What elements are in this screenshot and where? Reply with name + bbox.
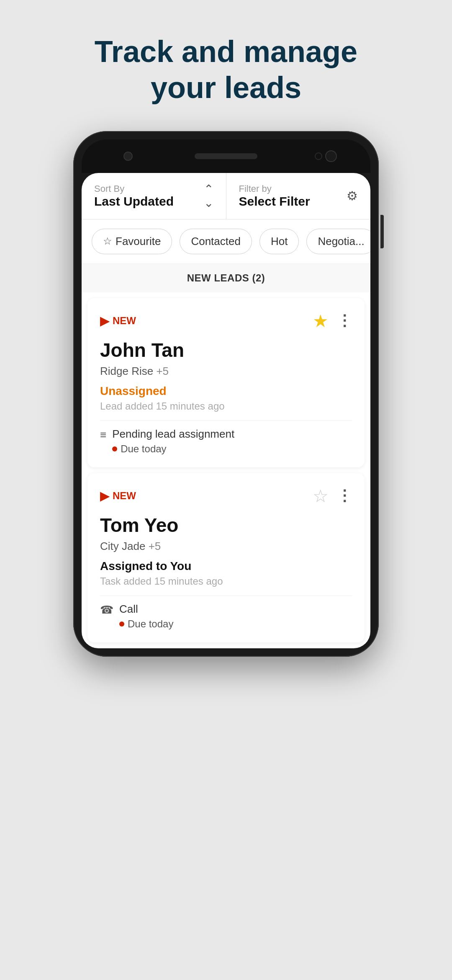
filter-label: Filter by [239, 183, 310, 194]
lead-card-1-header: ▶ NEW ★ ⋮ [100, 311, 352, 331]
divider-2 [100, 596, 352, 596]
chips-row: ☆ Favourite Contacted Hot Negotia... [82, 219, 370, 264]
chip-negotia[interactable]: Negotia... [306, 229, 370, 254]
phone-speaker [195, 153, 257, 159]
lead-name-1: John Tan [100, 339, 352, 361]
task-due-1: Due today [112, 443, 234, 455]
chip-hot-label: Hot [271, 235, 288, 248]
lead-property-2: City Jade +5 [100, 540, 352, 553]
due-dot-2 [119, 622, 124, 627]
lead-property-1: Ridge Rise +5 [100, 365, 352, 378]
task-content-1: Pending lead assignment Due today [112, 428, 234, 455]
lead-assignment-2: Assigned to You [100, 560, 352, 573]
due-dot-1 [112, 446, 117, 451]
star-button-1[interactable]: ★ [313, 311, 329, 331]
more-button-1[interactable]: ⋮ [337, 312, 352, 330]
sort-filter-bar: Sort By Last Updated ⌃⌄ Filter by Select… [82, 173, 370, 219]
task-icon-1: ≡ [100, 428, 106, 441]
chip-favourite[interactable]: ☆ Favourite [92, 229, 172, 254]
lead-name-2: Tom Yeo [100, 514, 352, 536]
chip-negotia-label: Negotia... [318, 235, 364, 248]
due-label-2: Due today [128, 618, 173, 630]
lead-card-1[interactable]: ▶ NEW ★ ⋮ John Tan Ridge Rise +5 Unassig… [87, 298, 365, 467]
divider-1 [100, 420, 352, 421]
task-row-1: ≡ Pending lead assignment Due today [100, 428, 352, 455]
sort-text: Sort By Last Updated [94, 183, 174, 209]
page-title: Track and manage your leads [61, 0, 391, 131]
lead-assignment-1: Unassigned [100, 384, 352, 398]
phone-notch [82, 139, 370, 173]
new-badge-1: ▶ NEW [100, 314, 136, 328]
sort-arrow-icon: ⌃⌄ [204, 182, 213, 210]
chip-contacted-label: Contacted [191, 235, 241, 248]
lead-card-2[interactable]: ▶ NEW ☆ ⋮ Tom Yeo City Jade +5 Assigned … [87, 473, 365, 642]
section-header: NEW LEADS (2) [82, 264, 370, 292]
filter-icon: ⚙ [347, 188, 358, 203]
more-button-2[interactable]: ⋮ [337, 487, 352, 505]
phone-screen: Sort By Last Updated ⌃⌄ Filter by Select… [82, 173, 370, 648]
filter-text: Filter by Select Filter [239, 183, 310, 209]
front-camera-left [123, 152, 133, 161]
task-due-2: Due today [119, 618, 173, 630]
front-camera-right2 [315, 152, 322, 160]
new-badge-2: ▶ NEW [100, 489, 136, 503]
new-label-1: NEW [113, 315, 136, 327]
sort-section[interactable]: Sort By Last Updated ⌃⌄ [82, 173, 226, 219]
star-button-2[interactable]: ☆ [313, 486, 329, 506]
new-label-2: NEW [113, 490, 136, 502]
task-row-2: ☎ Call Due today [100, 603, 352, 630]
task-icon-2: ☎ [100, 603, 113, 616]
lead-time-1: Lead added 15 minutes ago [100, 400, 352, 412]
new-chevron-icon-2: ▶ [100, 489, 109, 503]
front-camera-right [325, 150, 337, 162]
sort-value: Last Updated [94, 194, 174, 209]
lead-card-2-header: ▶ NEW ☆ ⋮ [100, 486, 352, 506]
task-content-2: Call Due today [119, 603, 173, 630]
sort-label: Sort By [94, 183, 174, 194]
chip-hot[interactable]: Hot [259, 229, 299, 254]
new-chevron-icon-1: ▶ [100, 314, 109, 328]
filter-section[interactable]: Filter by Select Filter ⚙ [226, 173, 371, 219]
lead-actions-1: ★ ⋮ [313, 311, 352, 331]
star-icon: ☆ [103, 235, 112, 247]
chip-favourite-label: Favourite [116, 235, 161, 248]
lead-actions-2: ☆ ⋮ [313, 486, 352, 506]
lead-time-2: Task added 15 minutes ago [100, 575, 352, 587]
task-title-1: Pending lead assignment [112, 428, 234, 441]
task-title-2: Call [119, 603, 173, 616]
phone-side-button [380, 215, 384, 248]
due-label-1: Due today [121, 443, 166, 455]
phone-mockup: Sort By Last Updated ⌃⌄ Filter by Select… [73, 131, 379, 657]
filter-value: Select Filter [239, 194, 310, 209]
chip-contacted[interactable]: Contacted [180, 229, 252, 254]
